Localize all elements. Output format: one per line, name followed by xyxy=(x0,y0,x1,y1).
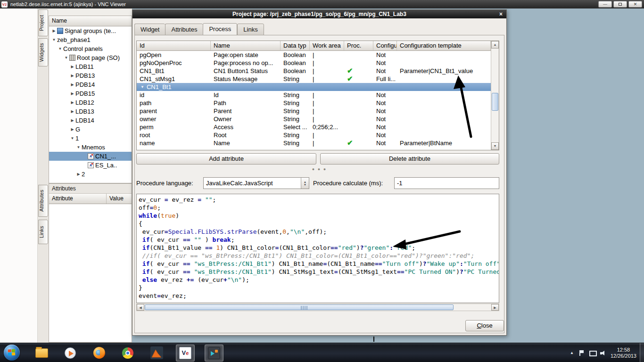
show-hidden-icons-icon[interactable]: ▲ xyxy=(570,351,574,355)
expanded-arrow-icon[interactable]: ▼ xyxy=(69,134,75,143)
code-line: //if( ev_cur == "ws_BtPress:/CN1_Bt1") C… xyxy=(139,252,499,260)
action-center-icon[interactable] xyxy=(578,350,585,356)
taskbar-item-firefox[interactable] xyxy=(90,345,108,362)
attribute-row-parent[interactable]: parentParentString|Not xyxy=(137,107,491,115)
close-button[interactable]: Close xyxy=(465,320,504,331)
attribute-row-CN1_Bt1[interactable]: CN1_Bt1CN1 Button1 StatusBoolean|✔NotPar… xyxy=(137,67,491,75)
tree-item-pdb13[interactable]: ▶PDB13 xyxy=(49,71,132,80)
col-workarea[interactable]: Work area xyxy=(310,41,344,50)
col-id[interactable]: Id xyxy=(137,41,211,50)
tree-item-ldb11[interactable]: ▶LDB11 xyxy=(49,62,132,71)
scrollbar-thumb[interactable] xyxy=(145,304,454,310)
scroll-down-icon[interactable]: ▼ xyxy=(491,142,499,150)
col-template[interactable]: Configuration template xyxy=(397,41,491,50)
col-datatype[interactable]: Data typ xyxy=(281,41,310,50)
taskbar-item-vnc-viewer[interactable]: Ve xyxy=(176,345,195,362)
collapsed-arrow-icon[interactable]: ▶ xyxy=(69,107,75,116)
expanded-arrow-icon[interactable]: ▼ xyxy=(57,44,63,53)
tab-widget[interactable]: Widget xyxy=(134,24,165,35)
dock-tab-links[interactable]: Links xyxy=(38,220,48,244)
tree-item-label: Root page (SO) xyxy=(77,53,120,62)
attribute-row-name[interactable]: nameNameString|✔NotParameter|BtName xyxy=(137,139,491,147)
horizontal-scrollbar[interactable]: ◀ ▶ xyxy=(136,304,499,311)
taskbar-item-chrome[interactable] xyxy=(118,345,137,362)
tree-item-cn1[interactable]: ▶ACN1_... xyxy=(49,152,132,161)
tree-item-1[interactable]: ▼1 xyxy=(49,134,132,143)
tree-item-root-page-so[interactable]: ▼Root page (SO) xyxy=(49,53,132,62)
tree-item-ldb13[interactable]: ▶LDB13 xyxy=(49,107,132,116)
tree-item-es-la[interactable]: ▶AES_La.. xyxy=(49,161,132,170)
collapsed-arrow-icon[interactable]: ▶ xyxy=(69,80,75,89)
vertical-scrollbar[interactable]: ▲ ▼ xyxy=(491,41,499,150)
dialog-titlebar[interactable]: Project page: /prj_zeb_phase1/pg_so/pg_6… xyxy=(132,10,506,18)
procedure-language-select[interactable]: JavaLikeCalc.JavaScript ▲▼ xyxy=(203,177,309,189)
taskbar-item-matlab[interactable] xyxy=(147,345,166,362)
taskbar-item-explorer[interactable] xyxy=(32,345,51,362)
volume-icon[interactable] xyxy=(600,350,606,356)
scroll-right-icon[interactable]: ▶ xyxy=(491,304,499,311)
expanded-arrow-icon[interactable]: ▼ xyxy=(140,85,144,89)
attribute-row-owner[interactable]: ownerOwnerString|Not xyxy=(137,115,491,123)
collapsed-arrow-icon[interactable]: ▶ xyxy=(51,26,57,35)
tree-item-mnemos[interactable]: ▼Mnemos xyxy=(49,143,132,152)
dialog-close-icon[interactable]: × xyxy=(499,10,503,18)
tree-item-zeb-phase1[interactable]: ▼zeb_phase1 xyxy=(49,35,132,44)
attribute-row-id[interactable]: idIdString|Not xyxy=(137,91,491,99)
close-window-button[interactable]: ✕ xyxy=(628,1,642,8)
tree-column-header[interactable]: Name xyxy=(49,16,132,26)
col-config[interactable]: Configu xyxy=(373,41,397,50)
tree-item-ldb12[interactable]: ▶LDB12 xyxy=(49,98,132,107)
expanded-arrow-icon[interactable]: ▼ xyxy=(63,53,69,62)
dock-tab-project[interactable]: Project xyxy=(38,9,48,36)
taskbar-item-media-player[interactable] xyxy=(61,345,80,362)
scroll-up-icon[interactable]: ▲ xyxy=(491,41,499,49)
tree-item-g[interactable]: ▶G xyxy=(49,125,132,134)
attribute-row-CN1_stMsg1[interactable]: CN1_stMsg1Status MessageString|✔Full li.… xyxy=(137,75,491,83)
procedure-code-editor[interactable]: ev_cur = ev_rez = "";off=0;while(true){ … xyxy=(136,194,499,303)
taskbar-clock[interactable]: 12:58 12/26/2013 xyxy=(611,347,636,359)
collapsed-arrow-icon[interactable]: ▶ xyxy=(69,62,75,71)
dock-tab-attributes[interactable]: Attributes xyxy=(38,185,48,217)
attributes-col-attribute[interactable]: Attribute xyxy=(49,194,107,204)
tree-item-pdb14[interactable]: ▶PDB14 xyxy=(49,80,132,89)
show-desktop-button[interactable] xyxy=(640,343,644,362)
tab-attributes[interactable]: Attributes xyxy=(165,24,203,35)
collapsed-arrow-icon[interactable]: ▶ xyxy=(75,170,82,179)
tree-item-ldb14[interactable]: ▶LDB14 xyxy=(49,116,132,125)
scrollbar-thumb[interactable] xyxy=(492,93,498,111)
add-attribute-button[interactable]: Add attribute xyxy=(136,153,316,165)
attribute-group-row[interactable]: ▼CN1_Bt1 xyxy=(137,83,491,91)
expanded-arrow-icon[interactable]: ▼ xyxy=(75,143,82,152)
tab-process[interactable]: Process xyxy=(203,23,237,35)
spinner-icon[interactable]: ▲▼ xyxy=(301,178,309,189)
splitter-handle[interactable]: ● ● ● xyxy=(132,167,506,171)
attribute-row-root[interactable]: rootRootString|Not xyxy=(137,131,491,139)
tree-item-2[interactable]: ▶2 xyxy=(49,170,132,179)
network-icon[interactable] xyxy=(589,350,595,356)
attributes-col-value[interactable]: Value xyxy=(107,194,132,204)
scroll-left-icon[interactable]: ◀ xyxy=(137,304,144,311)
procedure-calc-input[interactable] xyxy=(394,177,499,189)
tree-item-control-panels[interactable]: ▼Control panels xyxy=(49,44,132,53)
attribute-row-pgOpen[interactable]: pgOpenPage:open stateBoolean|Not xyxy=(137,51,491,59)
col-name[interactable]: Name xyxy=(211,41,281,50)
attribute-row-pgNoOpenProc[interactable]: pgNoOpenProcPage:process no op...Boolean… xyxy=(137,59,491,67)
col-proc[interactable]: Proc. xyxy=(344,41,373,50)
minimize-button[interactable]: — xyxy=(598,1,612,8)
tree-item-signal-groups-te[interactable]: ▶Signal groups (te... xyxy=(49,26,132,35)
collapsed-arrow-icon[interactable]: ▶ xyxy=(69,89,75,98)
collapsed-arrow-icon[interactable]: ▶ xyxy=(69,71,75,80)
delete-attribute-button[interactable]: Delete attribute xyxy=(320,153,499,165)
expanded-arrow-icon[interactable]: ▼ xyxy=(51,35,57,44)
maximize-button[interactable] xyxy=(613,1,627,8)
attribute-row-perm[interactable]: permAccessSelect ...0;256;2...Not xyxy=(137,123,491,131)
start-button[interactable] xyxy=(4,345,20,361)
dock-tab-widgets[interactable]: Widgets xyxy=(38,38,48,66)
attribute-row-path[interactable]: pathPathString|Not xyxy=(137,99,491,107)
tab-links[interactable]: Links xyxy=(237,24,264,35)
collapsed-arrow-icon[interactable]: ▶ xyxy=(69,98,75,107)
taskbar-item-graphics-app[interactable] xyxy=(205,345,223,362)
tree-item-pdb15[interactable]: ▶PDB15 xyxy=(49,89,132,98)
collapsed-arrow-icon[interactable]: ▶ xyxy=(69,116,75,125)
collapsed-arrow-icon[interactable]: ▶ xyxy=(69,125,75,134)
